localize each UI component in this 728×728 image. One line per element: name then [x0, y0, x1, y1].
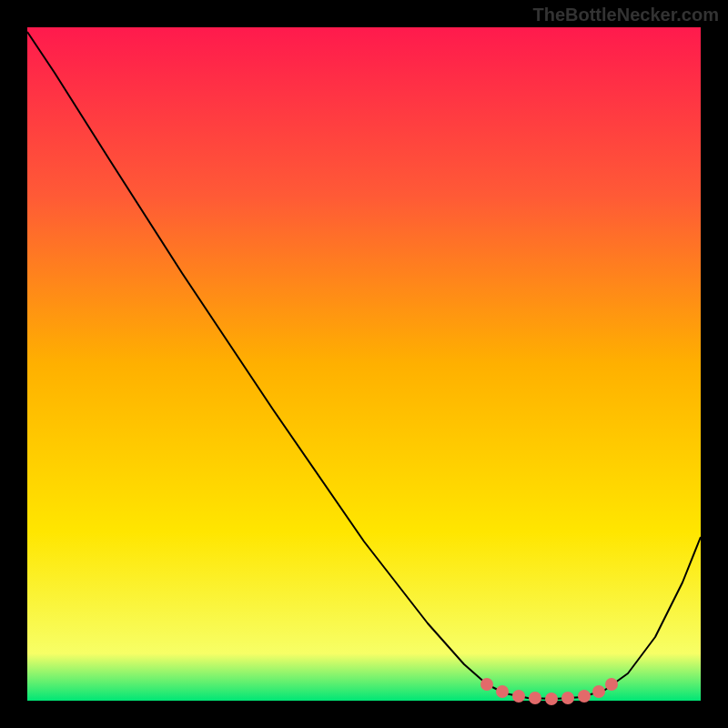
- chart-svg: [0, 0, 728, 728]
- optimal-point: [605, 678, 618, 691]
- optimal-point: [529, 692, 541, 704]
- optimal-point: [592, 685, 605, 698]
- bottleneck-chart: [0, 0, 728, 728]
- optimal-point: [512, 690, 525, 703]
- optimal-point: [496, 685, 509, 698]
- optimal-point: [561, 692, 574, 704]
- optimal-point: [480, 678, 493, 691]
- optimal-point: [578, 690, 591, 703]
- optimal-point: [545, 693, 558, 705]
- watermark-text: TheBottleNecker.com: [532, 5, 719, 25]
- gradient-plot-area: [27, 27, 701, 701]
